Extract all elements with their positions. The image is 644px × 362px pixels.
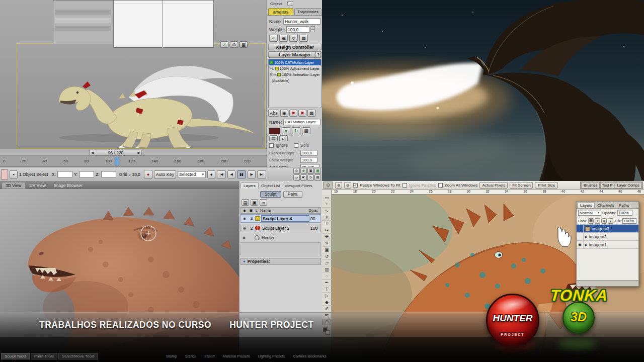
cat-layer-row[interactable]: Rbx 100% Animation Layer — [269, 71, 321, 77]
tray-item-stamp[interactable]: Stamp — [166, 354, 177, 358]
visibility-icon[interactable]: ◉ — [240, 236, 248, 240]
layer-opacity[interactable]: 00 — [310, 216, 320, 221]
healing-brush-tool[interactable]: ✚ — [322, 234, 332, 240]
y-field[interactable] — [79, 171, 94, 177]
time-slider-handle[interactable]: ◀ 96 / 220 ▶ — [90, 150, 142, 155]
play-button[interactable]: ▮▮ — [237, 170, 246, 178]
tray-item-camera-bookmarks[interactable]: Camera Bookmarks — [293, 354, 326, 358]
well-tab-tool-presets[interactable]: Tool P — [600, 182, 615, 189]
mini-tool-button-check[interactable]: ✓ — [220, 41, 228, 48]
layer-box-button[interactable]: ▣ — [280, 110, 288, 117]
assign-controller-rollout[interactable]: Assign Controller — [268, 44, 321, 50]
tray-item-material-presets[interactable]: Material Presets — [223, 354, 250, 358]
layer-manager-help-button[interactable]: ? — [315, 52, 321, 57]
tab-paths[interactable]: Paths — [617, 203, 631, 208]
brush-tool[interactable]: ✎ — [322, 240, 332, 247]
delete-layer-button[interactable]: ▱ — [260, 199, 267, 206]
selection-lock-button[interactable]: ▪ — [10, 170, 18, 178]
layer-name-field[interactable]: CATMotion Layer — [283, 119, 320, 125]
visibility-cell[interactable] — [577, 225, 584, 232]
tray-tab-sculpt-tools[interactable]: Sculpt Tools — [1, 353, 30, 359]
eyedropper-tool[interactable]: ✐ — [322, 306, 332, 312]
track-bar[interactable]: 0 20 40 60 80 100 120 140 160 180 200 22… — [0, 156, 267, 167]
tray-tab-paint-tools[interactable]: Paint Tools — [31, 353, 57, 359]
opacity-field[interactable]: 100% — [617, 210, 632, 216]
tab-image-browser[interactable]: Image Browser — [50, 183, 86, 189]
layer-opacity[interactable]: 100 — [310, 226, 320, 231]
slider-right-icon[interactable]: ▶ — [138, 151, 140, 155]
floating-panel-white[interactable] — [113, 0, 214, 48]
maxscript-mini-listener[interactable] — [1, 169, 8, 179]
tab-channels[interactable]: Channels — [595, 203, 616, 208]
well-tab-layer-comps[interactable]: Layer Comps — [615, 182, 641, 189]
layer-refresh-button[interactable]: ↻ — [292, 127, 300, 134]
zoom-out-button[interactable]: ⊖ — [344, 182, 351, 189]
layer-grid2-button[interactable]: ▦ — [302, 127, 310, 134]
move-tool[interactable]: + — [322, 201, 332, 208]
clone-stamp-tool[interactable]: ▣ — [322, 247, 332, 253]
pan-button[interactable]: ☛ — [300, 174, 307, 180]
floating-panel-gray[interactable] — [53, 0, 113, 44]
key-filters-button[interactable]: ♦ — [207, 170, 215, 178]
lock-position-button[interactable]: a — [601, 218, 607, 224]
zoom-extents-button[interactable]: ▣ — [307, 168, 314, 174]
resize-windows-checkbox[interactable]: ✓ — [353, 183, 358, 188]
object-mini-button[interactable] — [287, 1, 293, 6]
properties-header[interactable]: ✦ Properties: — [240, 258, 321, 265]
slice-tool[interactable]: ✂ — [322, 227, 332, 234]
zoom-tool-well[interactable]: ⊙ — [323, 182, 333, 189]
abs-button[interactable]: Abs — [268, 110, 279, 117]
tab-layers[interactable]: Layers — [578, 203, 595, 208]
crop-tool[interactable]: # — [322, 221, 332, 227]
lasso-tool[interactable]: ∿ — [322, 208, 332, 214]
tray-item-stencil[interactable]: Stencil — [185, 354, 197, 358]
global-weight-field[interactable]: 100,0 — [300, 150, 317, 156]
layer-sphere-button[interactable]: ● — [282, 127, 290, 134]
controller-check-button[interactable]: ✓ — [269, 35, 278, 42]
orbit-button[interactable]: ↻ — [307, 174, 314, 180]
tab-trajectories[interactable]: Trajectories — [294, 8, 321, 15]
controller-grid-button[interactable]: ▦ — [299, 35, 308, 42]
previous-frame-button[interactable]: ◀ — [227, 170, 235, 178]
tab-layers[interactable]: Layers — [240, 183, 259, 189]
magic-wand-tool[interactable]: ✳ — [322, 214, 332, 221]
weight-spinner[interactable] — [310, 26, 315, 32]
folder-button[interactable]: ▣ — [251, 199, 258, 206]
spin-down-icon[interactable] — [310, 29, 315, 32]
rect-marquee-tool[interactable]: ▭ — [322, 195, 332, 201]
go-to-end-button[interactable]: ▶| — [257, 170, 266, 178]
zoom-button[interactable]: ⊙ — [293, 168, 300, 174]
layer-row[interactable]: ◉ ▶ imagem1 — [577, 241, 638, 249]
sculpt-layer-row-selected[interactable]: ◉ 4 Sculpt Layer 4 00 — [240, 214, 321, 223]
layer-frame-button[interactable]: ▱ — [279, 135, 288, 141]
go-to-start-button[interactable]: |◀ — [217, 170, 226, 178]
cat-layer-row[interactable]: +L 100% Adjustment Layer — [269, 65, 321, 71]
layer-row-selected[interactable]: imagem3 — [577, 225, 638, 233]
controller-box-button[interactable]: ▣ — [279, 35, 288, 42]
layer-doc-button[interactable]: ▤ — [269, 135, 278, 141]
controller-refresh-button[interactable]: ↻ — [289, 35, 298, 42]
name-field[interactable]: Hunter_walk — [283, 18, 320, 25]
tray-tab-select-move-tools[interactable]: Select/Move Tools — [58, 353, 98, 359]
sculpt-layer-row[interactable]: ◉ 2 Sculpt Layer 2 100 — [240, 224, 321, 232]
weight-field[interactable]: 100,0 — [286, 26, 309, 33]
time-slider-track[interactable]: ◀ 96 / 220 ▶ — [0, 149, 267, 156]
blur-tool[interactable]: ◌ — [322, 273, 332, 280]
tab-3d-view[interactable]: 3D View — [2, 183, 25, 189]
tray-item-falloff[interactable]: Falloff — [204, 354, 214, 358]
shape-tool[interactable]: ◆ — [322, 299, 332, 306]
visibility-cell[interactable]: ◉ — [577, 241, 584, 248]
eraser-tool[interactable]: ▱ — [322, 260, 332, 266]
layer-grid-button[interactable]: ▦ — [307, 110, 315, 117]
delete-layer-button[interactable]: ✖ — [289, 110, 297, 117]
fit-screen-button[interactable]: Fit Screen — [510, 182, 533, 189]
remove-layer-button[interactable]: ✖ — [298, 110, 306, 117]
auto-key-button[interactable]: Auto Key — [154, 170, 176, 178]
zoom-all-windows-checkbox[interactable] — [438, 183, 443, 188]
z-field[interactable] — [101, 171, 116, 177]
lock-all-button[interactable]: ▪ — [608, 218, 613, 224]
zoom-in-button[interactable]: ⊕ — [335, 182, 342, 189]
sculpt-mode-button[interactable]: Sculpt — [260, 191, 281, 198]
gradient-tool[interactable]: ▥ — [322, 266, 332, 273]
maximize-viewport-button[interactable]: ▤ — [314, 174, 321, 180]
